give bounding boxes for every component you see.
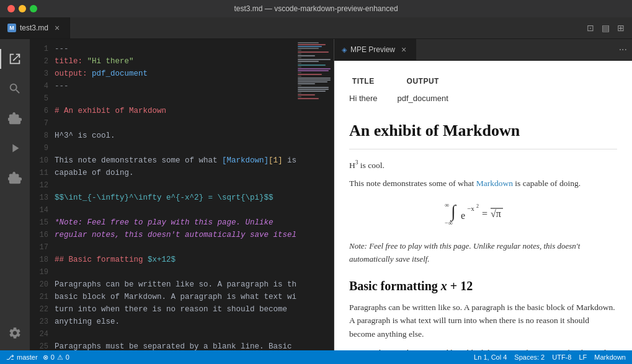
editor-line: # An exhibit of Markdown	[55, 105, 296, 117]
demo-text-before: This note demonstrates some of what	[349, 179, 476, 188]
preview-superscript-line: H3 is cool.	[349, 158, 617, 172]
cursor-position[interactable]: Ln 1, Col 4	[474, 353, 507, 361]
preview-markdown-demo: This note demonstrates some of what Mark…	[349, 177, 617, 190]
editor-line: turn into when there is no reason it sho…	[55, 303, 296, 316]
math-formula-svg: ∫ −∞ ∞ e −x 2 = √π	[440, 197, 527, 228]
editor-line: regular notes, this doesn't automaticall…	[55, 229, 296, 241]
preview-tab-label: MPE Preview	[350, 45, 395, 54]
editor-line	[55, 204, 296, 216]
superscript: 3	[355, 159, 358, 166]
close-button[interactable]	[7, 5, 15, 12]
editor-line	[55, 241, 296, 254]
svg-text:∞: ∞	[445, 202, 449, 208]
preview-tab-bar: ◈ MPE Preview × ···	[334, 39, 632, 61]
svg-text:√π: √π	[491, 208, 501, 219]
extensions-icon[interactable]	[0, 163, 30, 193]
editor-line: output: pdf_document	[55, 68, 296, 80]
markdown-link[interactable]: Markdown	[476, 179, 513, 188]
editor-area[interactable]: 12345 678910 1112131415 1617181920 21222…	[30, 39, 334, 350]
debug-icon[interactable]	[0, 133, 30, 163]
branch-name: master	[17, 353, 38, 361]
traffic-lights	[7, 5, 37, 12]
language-mode[interactable]: Markdown	[594, 353, 626, 361]
more-actions-icon[interactable]: ⊞	[615, 22, 627, 34]
editor-line: $$\int_{-\infty}^\infty e^{-x^2} = \sqrt…	[55, 192, 296, 204]
editor-tab-test3[interactable]: M test3.md ×	[0, 17, 70, 38]
svg-text:=: =	[482, 208, 487, 219]
preview-panel: ◈ MPE Preview × ··· TITLE OUTPUT Hi ther…	[334, 39, 632, 350]
editor-line: Paragraphs can be written like so. A par…	[55, 278, 296, 291]
git-branch[interactable]: ⎇ master	[6, 353, 38, 362]
minimize-button[interactable]	[19, 5, 26, 12]
editor-line: title: "Hi there"	[55, 55, 296, 68]
minimap	[296, 39, 334, 350]
preview-divider	[349, 149, 617, 149]
preview-tab-icon: ◈	[342, 46, 347, 54]
svg-text:−x: −x	[467, 205, 474, 212]
preview-para2: Paragraphs must be separated by a blank …	[349, 346, 617, 350]
editor-line: H^3^ is cool.	[55, 130, 296, 142]
editor-line: Paragraphs must be separated by a blank …	[55, 340, 296, 350]
line-numbers: 12345 678910 1112131415 1617181920 21222…	[30, 39, 55, 350]
editor-line	[55, 142, 296, 154]
table-header-title: TITLE	[349, 73, 398, 90]
editor-content[interactable]: 12345 678910 1112131415 1617181920 21222…	[30, 39, 334, 350]
line-ending[interactable]: LF	[579, 353, 587, 361]
tab-label: test3.md	[20, 24, 48, 32]
editor-line: ## Basic formatting $x+12$	[55, 254, 296, 266]
window-title: test3.md — vscode-markdown-preview-enhan…	[234, 4, 398, 13]
main-area: 12345 678910 1112131415 1617181920 21222…	[0, 39, 632, 350]
svg-text:e: e	[461, 210, 465, 221]
editor-line	[55, 92, 296, 105]
editor-line: capable of doing.	[55, 167, 296, 179]
preview-h2: Basic formatting x + 12	[349, 276, 617, 296]
preview-content[interactable]: TITLE OUTPUT Hi there pdf_document An ex…	[334, 61, 632, 350]
layout-icon[interactable]: ▤	[599, 22, 612, 34]
editor-lines[interactable]: --- title: "Hi there" output: pdf_docume…	[55, 39, 296, 350]
editor-line: anything else.	[55, 316, 296, 328]
error-count[interactable]: ⊗ 0 ⚠ 0	[43, 353, 69, 362]
preview-note: Note: Feel free to play with this page. …	[349, 240, 617, 266]
status-bar: ⎇ master ⊗ 0 ⚠ 0 Ln 1, Col 4 Spaces: 2 U…	[0, 350, 632, 364]
explorer-icon[interactable]	[0, 44, 30, 74]
editor-line	[55, 179, 296, 192]
status-left: ⎇ master ⊗ 0 ⚠ 0	[6, 353, 69, 362]
git-icon[interactable]	[0, 104, 30, 133]
tab-bar-actions: ⊡ ▤ ⊞	[579, 17, 632, 38]
title-bar: test3.md — vscode-markdown-preview-enhan…	[0, 0, 632, 17]
warning-icon: ⚠	[57, 353, 63, 362]
editor-line: basic block of Markdown. A paragraph is …	[55, 291, 296, 303]
tab-bar: M test3.md × ⊡ ▤ ⊞	[0, 17, 632, 39]
search-icon[interactable]	[0, 74, 30, 104]
settings-icon[interactable]	[0, 321, 30, 350]
preview-more-actions[interactable]: ···	[614, 39, 632, 60]
split-editor-icon[interactable]: ⊡	[584, 22, 597, 34]
editor-line	[55, 117, 296, 130]
editor-line	[55, 328, 296, 340]
activity-bar	[0, 39, 30, 350]
preview-math: ∫ −∞ ∞ e −x 2 = √π	[349, 197, 617, 233]
editor-line: *Note: Feel free to play with this page.…	[55, 216, 296, 229]
editor-line: This note demonstrates some of what [Mar…	[55, 154, 296, 167]
preview-tab-close[interactable]: ×	[399, 45, 409, 55]
warning-number: 0	[66, 353, 69, 361]
encoding[interactable]: UTF-8	[552, 353, 571, 361]
indentation[interactable]: Spaces: 2	[514, 353, 545, 361]
preview-tab[interactable]: ◈ MPE Preview ×	[334, 39, 416, 60]
yaml-table: TITLE OUTPUT Hi there pdf_document	[349, 73, 458, 108]
editor-line: ---	[55, 80, 296, 92]
preview-h1: An exhibit of Markdown	[349, 118, 617, 144]
table-cell-output: pdf_document	[398, 90, 458, 108]
error-number: 0	[51, 353, 55, 361]
git-branch-icon: ⎇	[6, 353, 14, 362]
editor-line: ---	[55, 43, 296, 55]
table-header-output: OUTPUT	[398, 73, 458, 90]
status-right: Ln 1, Col 4 Spaces: 2 UTF-8 LF Markdown	[474, 353, 626, 361]
svg-text:2: 2	[476, 203, 479, 209]
maximize-button[interactable]	[30, 5, 37, 12]
editor-line	[55, 266, 296, 278]
file-icon: M	[7, 24, 16, 32]
tab-close-button[interactable]: ×	[52, 23, 62, 33]
preview-para1: Paragraphs can be written like so. A par…	[349, 301, 617, 341]
demo-text-after: is capable of doing.	[513, 179, 581, 188]
